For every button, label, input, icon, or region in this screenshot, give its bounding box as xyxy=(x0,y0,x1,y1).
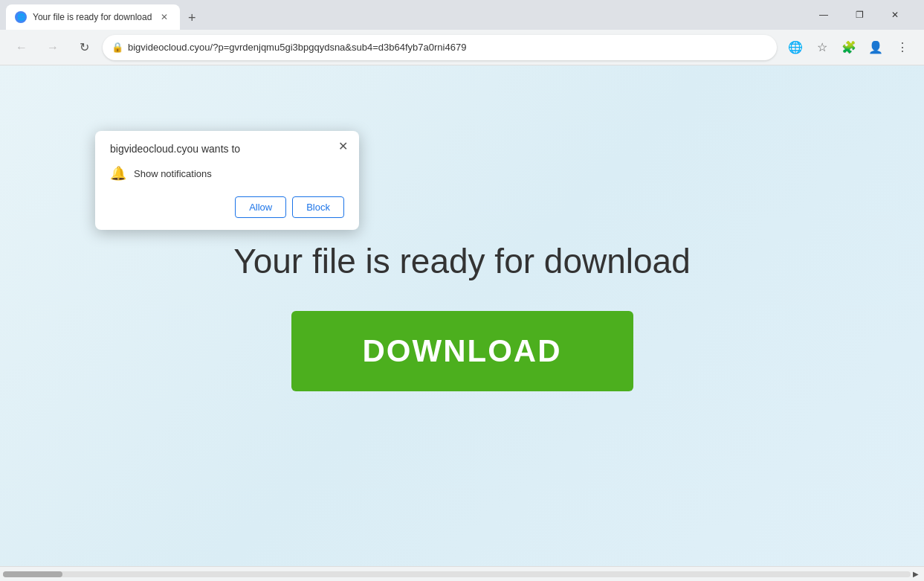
extensions-button[interactable]: 🧩 xyxy=(836,35,862,60)
popup-permission-row: 🔔 Show notifications xyxy=(110,165,344,182)
download-button[interactable]: DOWNLOAD xyxy=(291,311,633,391)
forward-button[interactable]: → xyxy=(40,35,65,60)
notification-popup: ✕ bigvideocloud.cyou wants to 🔔 Show not… xyxy=(95,131,359,230)
profile-button[interactable]: 👤 xyxy=(863,35,888,60)
tab-close-button[interactable]: ✕ xyxy=(158,10,171,24)
popup-close-button[interactable]: ✕ xyxy=(334,137,352,155)
bookmark-button[interactable]: ☆ xyxy=(810,35,835,60)
maximize-button[interactable]: ❐ xyxy=(842,3,876,27)
scrollbar-track[interactable] xyxy=(3,571,911,577)
url-bar-wrapper: 🔒 xyxy=(103,35,777,60)
bell-icon: 🔔 xyxy=(110,165,126,182)
scrollbar-thumb xyxy=(3,571,62,577)
active-tab[interactable]: 🌐 Your file is ready for download ✕ xyxy=(6,4,180,30)
tab-favicon: 🌐 xyxy=(15,11,27,23)
scrollbar-area: ▶ xyxy=(0,566,924,581)
close-button[interactable]: ✕ xyxy=(878,3,912,27)
block-button[interactable]: Block xyxy=(292,196,344,218)
window-controls: — ❐ ✕ xyxy=(807,3,912,27)
tab-title: Your file is ready for download xyxy=(33,12,152,22)
scroll-right-button[interactable]: ▶ xyxy=(911,569,921,580)
page-title: Your file is ready for download xyxy=(233,241,691,281)
address-bar: ← → ↻ 🔒 🌐 ☆ 🧩 👤 ⋮ xyxy=(0,30,924,65)
tab-bar: 🌐 Your file is ready for download ✕ + xyxy=(6,0,804,30)
title-bar: 🌐 Your file is ready for download ✕ + — … xyxy=(0,0,924,30)
permission-text: Show notifications xyxy=(134,168,212,179)
allow-button[interactable]: Allow xyxy=(235,196,286,218)
popup-actions: Allow Block xyxy=(110,196,344,218)
page-content: Your file is ready for download DOWNLOAD… xyxy=(0,65,924,566)
menu-button[interactable]: ⋮ xyxy=(890,35,915,60)
back-button[interactable]: ← xyxy=(9,35,34,60)
translate-button[interactable]: 🌐 xyxy=(783,35,808,60)
refresh-button[interactable]: ↻ xyxy=(71,35,97,60)
popup-site-text: bigvideocloud.cyou wants to xyxy=(110,143,344,155)
toolbar-icons: 🌐 ☆ 🧩 👤 ⋮ xyxy=(783,35,915,60)
url-input[interactable] xyxy=(103,35,777,60)
minimize-button[interactable]: — xyxy=(807,3,841,27)
new-tab-button[interactable]: + xyxy=(180,6,204,30)
